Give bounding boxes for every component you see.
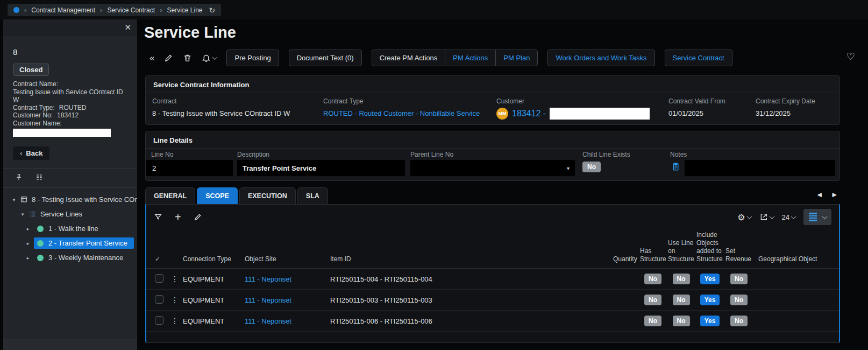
breadcrumb-item-service-contract[interactable]: Service Contract: [107, 6, 155, 14]
col-use-line-on-structure[interactable]: Use Line on Structure: [667, 239, 695, 263]
pin-icon[interactable]: [15, 173, 23, 183]
row-checkbox[interactable]: [155, 295, 163, 304]
row-menu-icon[interactable]: ⋮: [171, 275, 179, 283]
sidebar-header: ✕: [3, 19, 137, 36]
caret-down-icon[interactable]: ▾: [19, 212, 26, 217]
caret-down-icon[interactable]: ▾: [11, 197, 17, 202]
breadcrumb-item-contract-management[interactable]: Contract Management: [31, 6, 95, 14]
chevron-down-icon[interactable]: [746, 214, 752, 219]
col-has-structure[interactable]: Has Structure: [639, 247, 667, 263]
settings-gear-icon[interactable]: ⚙: [737, 212, 751, 222]
pm-actions-button[interactable]: PM Actions: [445, 50, 495, 66]
work-orders-button[interactable]: Work Orders and Work Tasks: [547, 50, 654, 66]
delete-icon[interactable]: [183, 53, 192, 62]
cell-item-id: RTI250115-004 - RTI250115-004: [330, 275, 613, 283]
cell-object-site-link[interactable]: 111 - Neponset: [245, 317, 291, 325]
edit-rows-icon[interactable]: [194, 213, 202, 221]
tree-node-line-1[interactable]: ▸ 1 - Walk the line: [3, 221, 137, 236]
tree-node-contract[interactable]: ▾ 8 - Testing Issue with Service COntra: [3, 192, 137, 207]
col-item-id[interactable]: Item ID: [330, 255, 613, 263]
tabs-scroll-left-icon[interactable]: ◀: [817, 191, 822, 198]
row-menu-icon[interactable]: ⋮: [171, 317, 179, 325]
notes-label: Notes: [670, 151, 687, 158]
chevron-down-icon[interactable]: [822, 214, 827, 219]
caret-right-icon[interactable]: ▸: [25, 255, 31, 261]
row-checkbox[interactable]: [155, 316, 163, 325]
use-line-on-structure-badge: No: [673, 295, 690, 305]
row-checkbox[interactable]: [155, 274, 163, 283]
tab-sla[interactable]: SLA: [297, 187, 328, 204]
col-connection-type[interactable]: Connection Type: [183, 255, 245, 263]
col-geographical-object[interactable]: Geographical Object: [753, 255, 839, 263]
cell-object-site-link[interactable]: 111 - Neponset: [245, 296, 291, 304]
include-objects-badge: Yes: [700, 295, 720, 305]
tree-node-line-3[interactable]: ▸ 3 - Weekly Maintenance: [3, 250, 137, 265]
use-line-on-structure-badge: No: [673, 274, 690, 284]
col-object-site[interactable]: Object Site: [245, 255, 330, 263]
breadcrumb-separator: ›: [100, 6, 102, 14]
close-icon[interactable]: ✕: [124, 23, 131, 32]
topbar: › Contract Management › Service Contract…: [0, 0, 868, 19]
contract-name-label: Contract Name:: [13, 80, 127, 88]
notifications-bell-icon[interactable]: [202, 53, 217, 62]
tab-general[interactable]: GENERAL: [145, 187, 195, 204]
row-menu-icon[interactable]: ⋮: [171, 296, 179, 304]
cell-object-site-link[interactable]: 111 - Neponset: [245, 275, 291, 283]
line-status-dot: [37, 255, 44, 261]
parent-line-no-label: Parent Line No: [410, 151, 453, 158]
structure-view-icon[interactable]: [35, 173, 43, 183]
line-details-panel: Line Details Line No 2 Description Trans…: [145, 131, 840, 181]
redacted-customer-name: [13, 129, 111, 137]
pm-plan-button[interactable]: PM Plan: [495, 50, 537, 66]
favorite-heart-icon[interactable]: ♡: [846, 51, 855, 62]
tree-node-label: 2 - Transfer Point Service: [48, 239, 127, 247]
status-badge: Closed: [13, 64, 49, 76]
customer-no-line: Customer No:183412: [13, 111, 127, 120]
refresh-icon[interactable]: ↻: [209, 6, 216, 15]
page-size-selector[interactable]: 24: [782, 213, 795, 221]
tree-node-service-lines[interactable]: ▾ Service Lines: [3, 207, 137, 221]
dropdown-arrow-icon[interactable]: ▾: [567, 165, 570, 171]
notes-icon[interactable]: [671, 162, 680, 173]
table-row[interactable]: ⋮ EQUIPMENT 111 - Neponset RTI250115-003…: [146, 290, 839, 311]
edit-icon[interactable]: [164, 53, 173, 62]
collapse-header-icon[interactable]: «: [150, 53, 154, 62]
document-text-button[interactable]: Document Text (0): [289, 50, 362, 66]
breadcrumb-item-service-line[interactable]: Service Line: [167, 6, 202, 14]
caret-right-icon[interactable]: ▸: [25, 241, 31, 246]
chevron-down-icon[interactable]: [212, 54, 218, 60]
view-mode-button[interactable]: [803, 209, 831, 225]
breadcrumb: › Contract Management › Service Contract…: [8, 4, 221, 16]
col-include-objects[interactable]: Include Objects added to Structure: [695, 231, 724, 263]
description-input[interactable]: Transfer Point Service: [237, 160, 405, 176]
field-contract: Contract 8 - Testing Issue with Service …: [152, 93, 290, 117]
tabs-scroll-right-icon[interactable]: ▶: [833, 191, 837, 198]
col-quantity[interactable]: Quantity: [613, 255, 639, 263]
export-icon[interactable]: [759, 213, 774, 221]
chevron-down-icon[interactable]: [791, 214, 796, 219]
sidebar-footer: [3, 339, 137, 350]
filter-icon[interactable]: [154, 213, 162, 221]
pre-posting-button[interactable]: Pre Posting: [226, 50, 279, 66]
table-row[interactable]: ⋮ EQUIPMENT 111 - Neponset RTI250115-004…: [146, 269, 839, 290]
tree-node-label: 3 - Weekly Maintenance: [48, 254, 123, 262]
table-row[interactable]: ⋮ EQUIPMENT 111 - Neponset RTI250115-006…: [146, 311, 839, 332]
contract-type-link[interactable]: ROUTED - Routed Customer - Nonbillable S…: [323, 109, 480, 117]
select-all-checkmark-icon[interactable]: ✓: [155, 255, 160, 263]
caret-right-icon[interactable]: ▸: [25, 226, 31, 232]
tree-node-label: Service Lines: [40, 210, 82, 218]
col-set-revenue[interactable]: Set Revenue: [724, 247, 753, 263]
back-button[interactable]: ‹Back: [13, 146, 49, 160]
notes-input[interactable]: [685, 160, 835, 176]
customer-link[interactable]: 183412 -: [512, 109, 546, 118]
parent-line-no-dropdown[interactable]: ▾: [410, 160, 575, 176]
service-contract-button[interactable]: Service Contract: [665, 50, 732, 66]
tab-scope[interactable]: SCOPE: [197, 187, 238, 204]
cell-connection-type: EQUIPMENT: [183, 296, 245, 304]
include-objects-badge: Yes: [700, 316, 720, 326]
create-pm-actions-button[interactable]: Create PM Actions: [372, 50, 445, 66]
tab-execution[interactable]: EXECUTION: [239, 187, 296, 204]
add-row-icon[interactable]: +: [175, 213, 181, 221]
tree-node-line-2-selected[interactable]: ▸ 2 - Transfer Point Service: [3, 236, 137, 250]
chevron-down-icon[interactable]: [769, 214, 774, 219]
